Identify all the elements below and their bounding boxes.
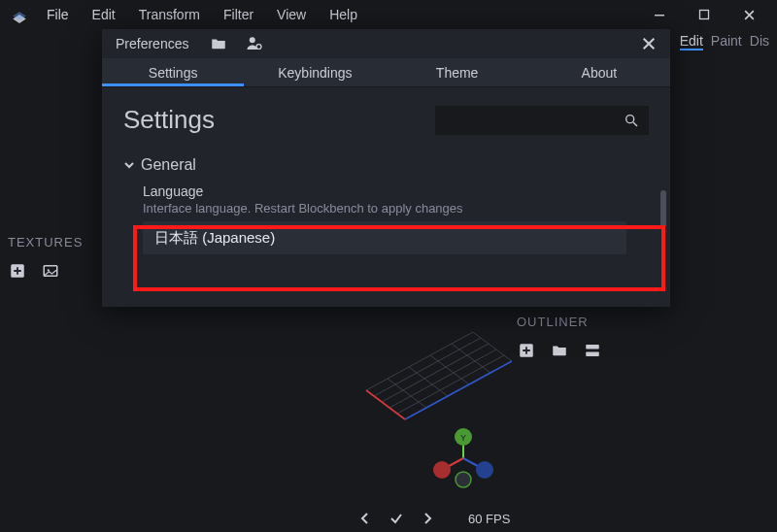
section-general-label: General [141, 156, 196, 174]
setting-language-value: 日本語 (Japanese) [154, 229, 275, 248]
window-maximize-button[interactable] [682, 0, 726, 29]
svg-line-16 [409, 367, 448, 396]
window-minimize-button[interactable] [637, 0, 682, 29]
window-close-button[interactable] [726, 0, 771, 29]
svg-rect-0 [655, 15, 664, 17]
svg-line-20 [366, 390, 405, 419]
mode-tabs: Edit Paint Dis [672, 29, 777, 54]
menu-edit[interactable]: Edit [83, 3, 125, 26]
svg-rect-6 [586, 345, 599, 349]
tab-about[interactable]: About [528, 58, 670, 86]
menu-view[interactable]: View [267, 3, 316, 26]
search-icon [624, 113, 639, 128]
svg-line-18 [452, 344, 490, 373]
svg-point-29 [456, 472, 471, 487]
axis-gizmo: Y [433, 428, 493, 487]
preferences-user-icon[interactable] [245, 35, 264, 52]
preferences-folder-icon[interactable] [210, 35, 227, 52]
dialog-title: Preferences [116, 36, 188, 51]
svg-line-15 [388, 379, 426, 408]
texture-add-button[interactable] [8, 261, 27, 281]
svg-point-26 [433, 461, 451, 479]
menu-filter[interactable]: Filter [214, 3, 263, 26]
svg-rect-1 [700, 11, 709, 19]
setting-language-dropdown[interactable]: 日本語 (Japanese) [143, 221, 626, 254]
preferences-dialog: Preferences Settings Keybindings Theme A… [102, 29, 670, 307]
svg-point-32 [626, 115, 634, 122]
section-general-toggle[interactable]: General [123, 156, 649, 174]
outliner-panel-header: OUTLINER [517, 315, 769, 329]
svg-text:Y: Y [460, 433, 466, 443]
menubar: File Edit Transform Filter View Help [37, 3, 367, 26]
svg-rect-7 [586, 352, 599, 357]
status-prev-button[interactable] [355, 509, 375, 528]
outliner-add-cube-button[interactable] [517, 341, 536, 360]
svg-line-33 [633, 122, 637, 126]
chevron-down-icon [123, 159, 135, 171]
tab-keybindings[interactable]: Keybindings [244, 58, 386, 86]
status-confirm-button[interactable] [387, 509, 406, 528]
tab-theme[interactable]: Theme [387, 58, 528, 86]
svg-line-19 [473, 332, 512, 361]
svg-point-28 [476, 461, 493, 479]
mode-tab-display[interactable]: Dis [750, 33, 769, 50]
dialog-close-button[interactable] [641, 36, 657, 51]
app-logo [10, 5, 29, 24]
settings-heading: Settings [123, 105, 215, 135]
settings-scrollbar[interactable] [660, 190, 666, 227]
menu-transform[interactable]: Transform [129, 3, 210, 26]
textures-panel-header: TEXTURES [8, 235, 83, 249]
settings-search-input[interactable] [435, 106, 649, 135]
status-fps: 60 FPS [468, 512, 510, 526]
mode-tab-edit[interactable]: Edit [680, 33, 703, 50]
texture-import-button[interactable] [41, 261, 60, 281]
svg-point-30 [250, 37, 255, 43]
menu-file[interactable]: File [37, 3, 79, 26]
outliner-toggle-button[interactable] [583, 341, 602, 360]
menu-help[interactable]: Help [320, 3, 367, 26]
outliner-add-group-button[interactable] [550, 341, 569, 360]
setting-language-hint: Interface language. Restart Blockbench t… [143, 201, 649, 216]
setting-language-label: Language [143, 183, 649, 199]
status-next-button[interactable] [418, 509, 437, 528]
svg-line-17 [430, 355, 469, 384]
mode-tab-paint[interactable]: Paint [711, 33, 742, 50]
tab-settings[interactable]: Settings [102, 58, 244, 86]
3d-viewport[interactable]: Y [356, 313, 512, 507]
